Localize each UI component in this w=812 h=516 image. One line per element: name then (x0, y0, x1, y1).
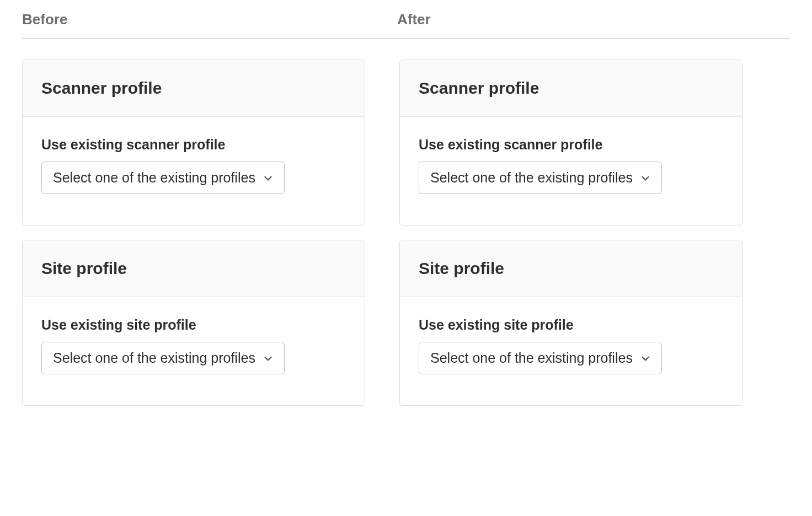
scanner-profile-dropdown[interactable]: Select one of the existing profiles (41, 162, 285, 194)
scanner-field-label: Use existing scanner profile (41, 137, 346, 153)
chevron-down-icon (263, 173, 273, 183)
card-header: Scanner profile (400, 60, 742, 117)
dropdown-text: Select one of the existing profiles (430, 170, 633, 186)
comparison-header: Before After (22, 11, 790, 39)
site-profile-card-after: Site profile Use existing site profile S… (399, 240, 742, 406)
scanner-field-label: Use existing scanner profile (419, 137, 723, 153)
chevron-down-icon (263, 353, 273, 363)
site-profile-title: Site profile (41, 259, 346, 278)
site-field-label: Use existing site profile (41, 317, 346, 333)
card-body: Use existing scanner profile Select one … (23, 117, 365, 225)
after-column: Scanner profile Use existing scanner pro… (399, 60, 742, 420)
before-column: Scanner profile Use existing scanner pro… (22, 60, 365, 420)
site-profile-dropdown[interactable]: Select one of the existing profiles (41, 342, 285, 374)
card-body: Use existing site profile Select one of … (400, 297, 742, 405)
scanner-profile-title: Scanner profile (419, 79, 723, 98)
chevron-down-icon (640, 173, 650, 183)
dropdown-text: Select one of the existing profiles (53, 170, 255, 186)
chevron-down-icon (640, 353, 650, 363)
card-header: Scanner profile (23, 60, 365, 117)
card-header: Site profile (400, 240, 742, 297)
scanner-profile-title: Scanner profile (41, 79, 346, 98)
card-body: Use existing site profile Select one of … (23, 297, 365, 405)
after-heading: After (397, 11, 431, 28)
dropdown-text: Select one of the existing profiles (53, 350, 255, 366)
card-header: Site profile (23, 240, 365, 297)
scanner-profile-card-after: Scanner profile Use existing scanner pro… (399, 60, 742, 225)
site-field-label: Use existing site profile (419, 317, 723, 333)
dropdown-text: Select one of the existing profiles (430, 350, 633, 366)
site-profile-dropdown[interactable]: Select one of the existing profiles (419, 342, 662, 374)
site-profile-title: Site profile (419, 259, 723, 278)
scanner-profile-card-before: Scanner profile Use existing scanner pro… (22, 60, 365, 225)
before-heading: Before (22, 11, 67, 28)
card-body: Use existing scanner profile Select one … (400, 117, 742, 225)
site-profile-card-before: Site profile Use existing site profile S… (22, 240, 365, 406)
scanner-profile-dropdown[interactable]: Select one of the existing profiles (419, 162, 662, 194)
